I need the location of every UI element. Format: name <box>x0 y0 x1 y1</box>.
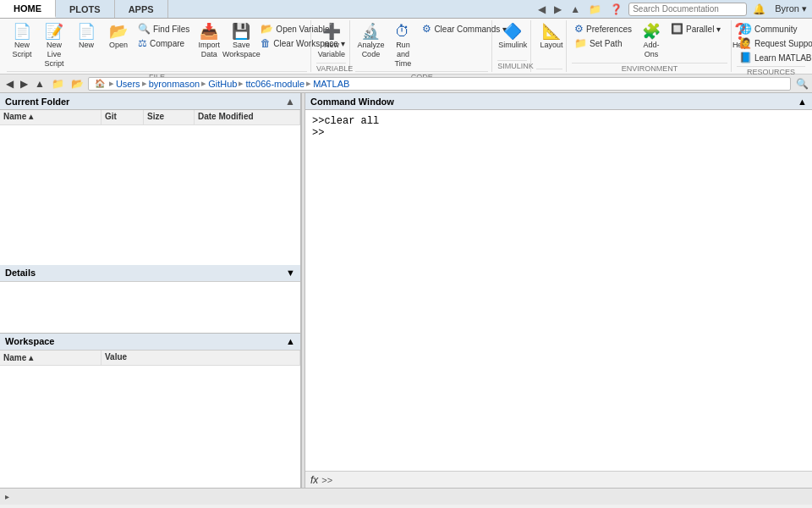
tab-plots[interactable]: PLOTS <box>56 0 115 18</box>
find-files-label: Find Files <box>153 25 189 34</box>
community-button[interactable]: 🌐 Community <box>737 22 812 36</box>
workspace-header: Workspace ▲ <box>0 334 300 351</box>
file-list-header: Name ▴ Git Size Date Modified <box>0 110 300 125</box>
variable-section-items: ➕ NewVariable <box>316 22 347 61</box>
current-folder-title: Current Folder <box>5 97 69 107</box>
new-variable-icon: ➕ <box>322 24 341 39</box>
notification-icon[interactable]: 🔔 <box>750 3 768 16</box>
path-github[interactable]: GitHub <box>208 79 237 89</box>
details-header: Details ▼ <box>0 265 300 282</box>
cmd-fx-bar: fx >> <box>305 471 812 488</box>
current-folder-collapse-icon[interactable]: ▲ <box>285 96 295 108</box>
up-btn[interactable]: ▲ <box>32 77 47 91</box>
parallel-icon: 🔲 <box>671 23 683 35</box>
forward-btn[interactable]: ▶ <box>18 77 30 91</box>
cmd-fx-label: fx <box>310 474 318 486</box>
tab-apps[interactable]: APPS <box>115 0 168 18</box>
status-icon: ▸ <box>5 492 9 501</box>
run-time-button[interactable]: ⏱ Run andTime <box>387 22 418 69</box>
nav-back-icon[interactable]: ◀ <box>535 3 548 16</box>
command-window-collapse-icon[interactable]: ▲ <box>798 97 807 107</box>
user-label[interactable]: Byron ▾ <box>775 3 807 14</box>
new-button[interactable]: 📄 New <box>71 22 102 52</box>
command-window-header: Command Window ▲ <box>305 93 812 110</box>
ribbon-section-layout: 📐 Layout <box>533 20 567 72</box>
layout-icon: 📐 <box>542 24 561 39</box>
cmd-prompt-2: >> <box>312 127 324 139</box>
path-users[interactable]: Users <box>116 79 140 89</box>
simulink-button[interactable]: 🔷 Simulink <box>497 22 528 52</box>
details-panel: Details ▼ <box>0 265 300 334</box>
nav-up-icon[interactable]: ▲ <box>568 3 583 16</box>
simulink-section-items: 🔷 Simulink <box>497 22 527 58</box>
ws-name-header[interactable]: Name ▴ <box>0 351 102 365</box>
search-input[interactable] <box>628 3 747 16</box>
resources-group: 🌐 Community 🙋 Request Support 📘 Learn MA… <box>737 22 812 64</box>
path-search-icon[interactable]: 🔍 <box>796 78 809 90</box>
run-time-label: Run andTime <box>391 41 414 68</box>
clear-commands-icon: ⚙ <box>422 23 431 35</box>
browse-icon[interactable]: 📁 <box>586 3 604 16</box>
new-live-script-icon: 📝 <box>45 24 63 39</box>
analyze-code-button[interactable]: 🔬 AnalyzeCode <box>355 22 386 61</box>
new-script-label: NewScript <box>12 41 31 59</box>
ribbon-tabs: HOME PLOTS APPS ◀ ▶ ▲ 📁 ❓ 🔔 Byron ▾ <box>0 0 812 19</box>
browse-btn[interactable]: 📁 <box>49 77 67 91</box>
path-matlab[interactable]: MATLAB <box>313 79 349 89</box>
back-btn[interactable]: ◀ <box>3 77 16 91</box>
new-variable-button[interactable]: ➕ NewVariable <box>316 22 347 61</box>
compare-button[interactable]: ⚖ Compare <box>135 36 192 50</box>
col-date-header[interactable]: Date Modified <box>195 110 300 124</box>
ribbon-section-environment: ⚙ Preferences 📁 Set Path 🧩 Add-Ons 🔲 Par… <box>568 20 732 72</box>
col-name-header[interactable]: Name ▴ <box>0 110 102 124</box>
layout-button[interactable]: 📐 Layout <box>536 22 567 52</box>
cmd-line-2: >> <box>312 127 805 139</box>
request-support-button[interactable]: 🙋 Request Support <box>737 36 812 50</box>
environment-section-items: ⚙ Preferences 📁 Set Path 🧩 Add-Ons 🔲 Par… <box>572 22 727 61</box>
path-byronmason[interactable]: byronmason <box>149 79 200 89</box>
layout-label: Layout <box>540 41 563 50</box>
details-content <box>0 282 300 333</box>
open-button[interactable]: 📂 Open <box>103 22 134 52</box>
details-expand-icon[interactable]: ▼ <box>286 268 295 278</box>
community-icon: 🌐 <box>739 23 752 35</box>
run-time-icon: ⏱ <box>395 24 410 39</box>
new-script-button[interactable]: 📄 NewScript <box>7 22 37 61</box>
analyze-code-icon: 🔬 <box>361 24 380 39</box>
home-icon: 🏠 <box>92 78 107 89</box>
parallel-button[interactable]: 🔲 Parallel ▾ <box>668 22 723 36</box>
new-label: New <box>79 41 94 50</box>
file-section-items: 📄 NewScript 📝 NewLive Script 📄 New 📂 Ope… <box>7 22 307 69</box>
import-data-button[interactable]: 📥 ImportData <box>194 22 224 61</box>
learn-matlab-button[interactable]: 📘 Learn MATLAB <box>737 51 812 64</box>
help-icon[interactable]: ❓ <box>607 3 625 16</box>
set-path-icon: 📁 <box>574 37 587 49</box>
compare-icon: ⚖ <box>138 37 147 49</box>
cmd-prompt-1: >> <box>312 115 324 127</box>
main-layout: Current Folder ▲ Name ▴ Git Size Date Mo… <box>0 93 812 488</box>
path-module[interactable]: ttc066-module <box>245 79 304 89</box>
open-variable-icon: 📂 <box>261 23 273 35</box>
learn-matlab-icon: 📘 <box>739 52 752 64</box>
add-ons-button[interactable]: 🧩 Add-Ons <box>636 22 667 61</box>
nav-bar: ◀ ▶ ▲ 📁 📂 🏠 ▸ Users ▸ byronmason ▸ GitHu… <box>0 75 812 93</box>
set-path-button[interactable]: 📁 Set Path <box>572 36 634 50</box>
preferences-button[interactable]: ⚙ Preferences <box>572 22 634 36</box>
ws-value-header[interactable]: Value <box>102 351 300 365</box>
file-list[interactable]: Name ▴ Git Size Date Modified <box>0 110 300 265</box>
pref-path-group: ⚙ Preferences 📁 Set Path <box>572 22 634 50</box>
import-data-label: ImportData <box>199 41 221 59</box>
col-git-header[interactable]: Git <box>102 110 144 124</box>
new-live-script-button[interactable]: 📝 NewLive Script <box>39 22 69 69</box>
resources-section-items: 🌐 Community 🙋 Request Support 📘 Learn MA… <box>737 22 805 64</box>
command-window-body[interactable]: >> clear all >> <box>305 110 812 471</box>
variable-section-label: VARIABLE <box>316 63 347 73</box>
nav-forward-icon[interactable]: ▶ <box>551 3 564 16</box>
workspace-expand-icon[interactable]: ▲ <box>286 336 295 346</box>
save-workspace-label: SaveWorkspace <box>222 41 261 59</box>
tab-home[interactable]: HOME <box>0 0 56 18</box>
save-workspace-button[interactable]: 💾 SaveWorkspace <box>226 22 256 61</box>
find-files-button[interactable]: 🔍 Find Files <box>135 22 192 36</box>
nav-path: 🏠 ▸ Users ▸ byronmason ▸ GitHub ▸ ttc066… <box>88 77 791 91</box>
col-size-header[interactable]: Size <box>144 110 195 124</box>
